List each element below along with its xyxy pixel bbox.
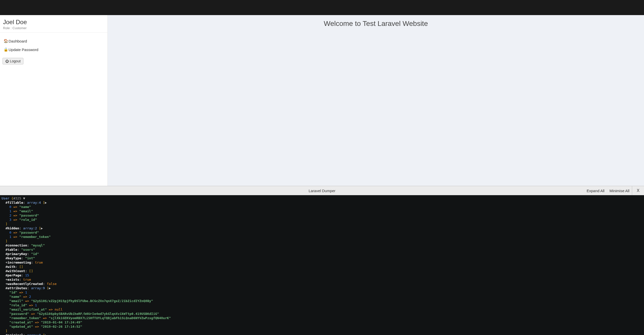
logout-button[interactable]: ⏻ Logout — [3, 58, 23, 64]
user-name: Joel Doe — [3, 19, 104, 26]
user-block: Joel Doe Role : Customer — [0, 15, 107, 33]
sidebar-item-label: Dashboard — [9, 39, 27, 43]
sidebar-item-dashboard[interactable]: 🏠 Dashboard — [0, 37, 107, 45]
lock-icon: 🔒 — [4, 47, 7, 52]
topbar — [0, 0, 644, 15]
expand-all-button[interactable]: Expand All — [584, 186, 607, 195]
user-role: Role : Customer — [3, 26, 104, 30]
dumper-header: Laravel Dumper Expand All Minimise All X — [0, 186, 644, 195]
home-icon: 🏠 — [4, 39, 7, 43]
minimise-all-button[interactable]: Minimise All — [607, 186, 632, 195]
dump-output[interactable]: User {#325 ▼ #fillable: array:4 [▶ 0 => … — [0, 195, 644, 335]
sidebar-item-update-password[interactable]: 🔒 Update Password — [0, 45, 107, 54]
sidebar-nav: 🏠 Dashboard 🔒 Update Password — [0, 33, 107, 56]
main-content: Welcome to Test Laravel Website — [108, 15, 644, 186]
close-button[interactable]: X — [632, 186, 644, 195]
page-title: Welcome to Test Laravel Website — [324, 20, 428, 28]
power-icon: ⏻ — [5, 59, 9, 63]
logout-label: Logout — [10, 59, 21, 63]
sidebar-item-label: Update Password — [9, 48, 38, 52]
sidebar: Joel Doe Role : Customer 🏠 Dashboard 🔒 U… — [0, 15, 108, 186]
app-container: Joel Doe Role : Customer 🏠 Dashboard 🔒 U… — [0, 15, 644, 186]
dumper-title: Laravel Dumper — [309, 189, 336, 193]
dumper-panel: Laravel Dumper Expand All Minimise All X… — [0, 186, 644, 335]
